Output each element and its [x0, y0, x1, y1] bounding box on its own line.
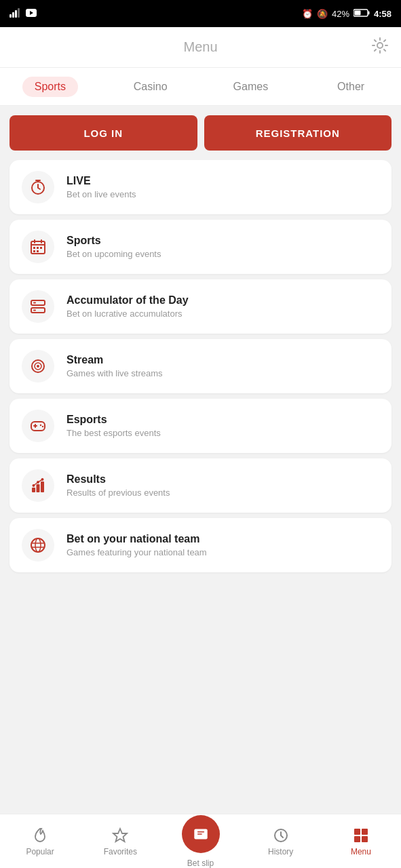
betslip-circle[interactable]: [182, 815, 220, 853]
nav-menu[interactable]: Menu: [321, 814, 401, 868]
menu-label: Menu: [351, 847, 371, 856]
svg-point-27: [40, 425, 41, 426]
results-subtitle: Results of previous events: [66, 488, 170, 498]
accumulator-title: Accumulator of the Day: [66, 294, 189, 307]
betslip-label: Bet slip: [187, 859, 214, 868]
nav-popular[interactable]: Popular: [0, 814, 80, 868]
register-button[interactable]: REGISTRATION: [204, 115, 392, 151]
stream-title: Stream: [66, 354, 163, 366]
results-title: Results: [66, 473, 170, 486]
svg-rect-29: [32, 488, 35, 492]
national-text: Bet on your national team Games featurin…: [66, 533, 207, 557]
sports-text: Sports Bet on upcoming events: [66, 235, 161, 259]
menu-item-esports[interactable]: Esports The best esports events: [9, 399, 392, 453]
esports-icon-wrap: [22, 410, 54, 442]
stream-icon-wrap: [22, 350, 54, 382]
bottom-nav: Popular Favorites Bet slip History: [0, 814, 401, 868]
svg-rect-12: [33, 247, 35, 249]
national-subtitle: Games featuring your national team: [66, 547, 207, 557]
battery-text: 42%: [332, 9, 349, 19]
svg-rect-14: [40, 247, 42, 249]
svg-point-35: [31, 538, 45, 552]
grid-icon: [352, 827, 370, 844]
menu-item-stream[interactable]: Stream Games with live streams: [9, 339, 392, 393]
nav-betslip[interactable]: Bet slip: [160, 814, 240, 868]
svg-rect-20: [33, 310, 36, 311]
stopwatch-icon: [29, 178, 47, 196]
svg-rect-15: [33, 250, 35, 252]
login-button[interactable]: LOG IN: [9, 115, 197, 151]
menu-list: LIVE Bet on live events Sports Bet on up…: [0, 160, 401, 814]
ticket-icon: [191, 825, 210, 844]
menu-item-accumulator[interactable]: Accumulator of the Day Bet on lucrative …: [9, 279, 392, 334]
flame-icon: [31, 827, 49, 844]
svg-rect-1: [12, 12, 14, 18]
auth-row: LOG IN REGISTRATION: [0, 106, 401, 160]
settings-icon[interactable]: [371, 37, 389, 58]
svg-rect-40: [354, 829, 360, 835]
accumulator-text: Accumulator of the Day Bet on lucrative …: [66, 294, 189, 319]
nav-favorites[interactable]: Favorites: [80, 814, 160, 868]
svg-rect-8: [354, 10, 360, 15]
svg-rect-22: [37, 310, 43, 311]
status-right: ⏰ 🔕 42% 4:58: [302, 9, 392, 19]
svg-rect-2: [15, 10, 17, 18]
stream-subtitle: Games with live streams: [66, 368, 163, 378]
live-title: LIVE: [66, 175, 136, 187]
live-icon-wrap: [22, 171, 54, 203]
star-icon: [111, 827, 129, 844]
header: Menu: [0, 27, 401, 68]
favorites-label: Favorites: [104, 847, 137, 856]
live-text: LIVE Bet on live events: [66, 175, 136, 199]
svg-rect-13: [37, 247, 39, 249]
esports-text: Esports The best esports events: [66, 414, 161, 438]
sports-title: Sports: [66, 235, 161, 247]
tab-games[interactable]: Games: [201, 68, 301, 105]
menu-item-sports[interactable]: Sports Bet on upcoming events: [9, 220, 392, 274]
svg-rect-43: [362, 836, 368, 842]
tabs-bar: Sports Casino Games Other: [0, 68, 401, 106]
svg-rect-41: [362, 829, 368, 835]
esports-title: Esports: [66, 414, 161, 426]
svg-rect-19: [33, 302, 36, 304]
tab-other[interactable]: Other: [301, 68, 401, 105]
sports-icon-wrap: [22, 231, 54, 263]
stream-icon: [29, 357, 47, 375]
accumulator-icon: [29, 298, 47, 315]
results-icon: [29, 477, 47, 494]
history-label: History: [268, 847, 293, 856]
tab-casino[interactable]: Casino: [100, 68, 201, 105]
results-icon-wrap: [22, 469, 54, 502]
menu-item-live[interactable]: LIVE Bet on live events: [9, 160, 392, 214]
header-title: Menu: [183, 39, 217, 55]
esports-subtitle: The best esports events: [66, 428, 161, 438]
popular-label: Popular: [26, 847, 54, 856]
menu-item-national[interactable]: Bet on your national team Games featurin…: [9, 518, 392, 572]
live-subtitle: Bet on live events: [66, 189, 136, 199]
youtube-icon: [26, 9, 37, 19]
svg-rect-42: [354, 836, 360, 842]
accumulator-icon-wrap: [22, 290, 54, 323]
sports-subtitle: Bet on upcoming events: [66, 249, 161, 259]
svg-point-36: [35, 538, 41, 552]
svg-point-28: [42, 426, 43, 427]
status-bar: ⏰ 🔕 42% 4:58: [0, 0, 401, 27]
national-title: Bet on your national team: [66, 533, 207, 545]
svg-rect-0: [9, 14, 12, 18]
svg-rect-30: [37, 484, 40, 492]
signal-icon: [9, 8, 22, 20]
svg-rect-16: [37, 250, 39, 252]
nav-history[interactable]: History: [241, 814, 321, 868]
tab-sports[interactable]: Sports: [0, 68, 100, 105]
svg-point-25: [37, 365, 39, 368]
status-left: [9, 8, 37, 20]
svg-rect-21: [37, 302, 43, 304]
svg-rect-3: [18, 8, 20, 18]
svg-marker-37: [113, 829, 127, 842]
stream-text: Stream Games with live streams: [66, 354, 163, 378]
menu-item-results[interactable]: Results Results of previous events: [9, 458, 392, 513]
time-display: 4:58: [374, 9, 392, 19]
battery-icon: [354, 9, 370, 19]
svg-rect-31: [41, 481, 44, 492]
clock-icon: [272, 827, 290, 844]
